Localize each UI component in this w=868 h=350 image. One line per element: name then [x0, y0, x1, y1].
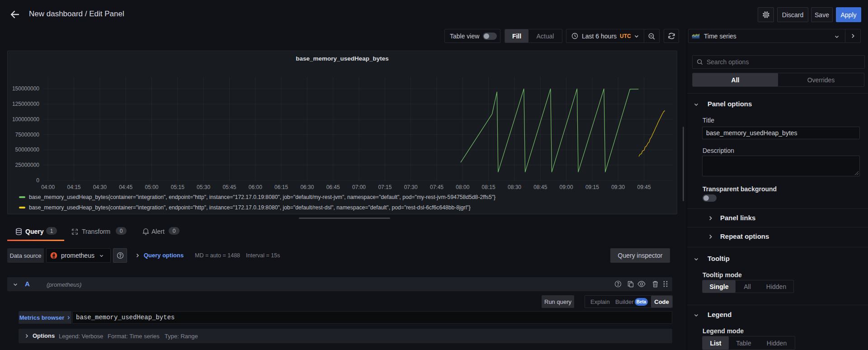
svg-text:06:15: 06:15: [274, 184, 288, 190]
svg-text:08:30: 08:30: [508, 184, 521, 190]
svg-text:09:00: 09:00: [560, 184, 573, 190]
svg-text:05:00: 05:00: [145, 184, 158, 190]
svg-text:09:30: 09:30: [611, 184, 625, 190]
svg-text:08:45: 08:45: [533, 184, 547, 190]
svg-text:08:15: 08:15: [482, 184, 495, 190]
svg-text:125000000: 125000000: [12, 101, 39, 107]
svg-text:04:30: 04:30: [93, 184, 107, 190]
svg-text:05:30: 05:30: [197, 184, 210, 190]
svg-text:04:45: 04:45: [119, 184, 132, 190]
svg-text:150000000: 150000000: [12, 85, 39, 92]
svg-text:08:00: 08:00: [456, 184, 469, 190]
svg-text:06:00: 06:00: [249, 184, 262, 190]
svg-text:0: 0: [36, 177, 39, 184]
svg-text:09:45: 09:45: [637, 184, 651, 190]
svg-text:07:45: 07:45: [430, 184, 443, 190]
svg-text:09:15: 09:15: [585, 184, 599, 190]
svg-text:06:30: 06:30: [300, 184, 314, 190]
svg-text:25000000: 25000000: [15, 162, 40, 168]
svg-text:05:15: 05:15: [171, 184, 184, 190]
svg-text:75000000: 75000000: [15, 132, 40, 138]
svg-text:06:45: 06:45: [326, 184, 340, 190]
svg-text:04:15: 04:15: [67, 184, 80, 190]
svg-text:04:00: 04:00: [41, 184, 55, 190]
svg-text:50000000: 50000000: [15, 147, 40, 153]
svg-text:05:45: 05:45: [222, 184, 236, 190]
svg-text:100000000: 100000000: [12, 116, 39, 123]
svg-text:07:15: 07:15: [378, 184, 392, 190]
svg-text:07:30: 07:30: [404, 184, 418, 190]
svg-text:07:00: 07:00: [352, 184, 366, 190]
